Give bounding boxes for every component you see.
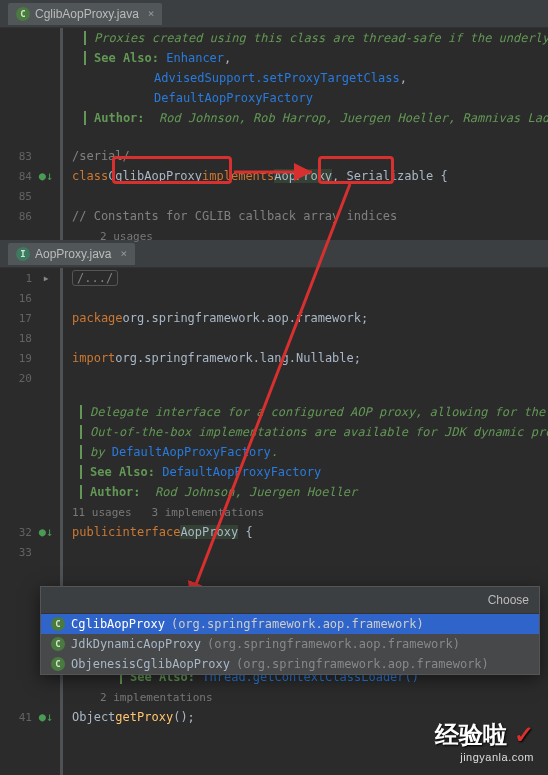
doc-link[interactable]: Enhancer (166, 51, 224, 65)
usages-hint[interactable]: 2 implementations (100, 691, 213, 704)
class-icon: C (51, 657, 65, 671)
tab-label: CglibAopProxy.java (35, 7, 139, 21)
doc-link[interactable]: DefaultAopProxyFactory (154, 91, 313, 105)
editor-pane-2[interactable]: 1▸/.../ 16 17package org.springframework… (0, 268, 548, 775)
implementations-popup: Choose C CglibAopProxy (org.springframew… (40, 586, 540, 675)
usages-hint[interactable]: 2 usages (100, 230, 153, 243)
fold-icon[interactable]: ▸ (38, 271, 54, 285)
popup-header: Choose (41, 587, 539, 614)
top-tab-bar: C CglibAopProxy.java × (0, 0, 548, 28)
interface-icon: I (16, 247, 30, 261)
doc-link[interactable]: DefaultAopProxyFactory (112, 445, 271, 459)
implemented-icon[interactable]: ●↓ (38, 525, 54, 539)
popup-item[interactable]: C ObjenesisCglibAopProxy (org.springfram… (41, 654, 539, 674)
close-icon[interactable]: × (120, 247, 127, 260)
close-icon[interactable]: × (148, 7, 155, 20)
override-icon[interactable]: ●↓ (38, 169, 54, 183)
editor-pane-1[interactable]: Proxies created using this class are thr… (0, 28, 548, 240)
popup-item[interactable]: C JdkDynamicAopProxy (org.springframewor… (41, 634, 539, 654)
popup-item[interactable]: C CglibAopProxy (org.springframework.aop… (41, 614, 539, 634)
doc-text: Proxies created using this class are thr… (84, 31, 548, 45)
tab-cglib[interactable]: C CglibAopProxy.java × (8, 3, 162, 25)
doc-link[interactable]: DefaultAopProxyFactory (162, 465, 321, 479)
watermark: 经验啦 ✓ jingyanla.com (435, 719, 534, 763)
class-icon: C (51, 637, 65, 651)
doc-link[interactable]: AdvisedSupport.setProxyTargetClass (154, 71, 400, 85)
implemented-icon[interactable]: ●↓ (38, 710, 54, 724)
class-icon: C (16, 7, 30, 21)
class-icon: C (51, 617, 65, 631)
usages-hint[interactable]: 11 usages 3 implementations (72, 506, 264, 519)
tab-label: AopProxy.java (35, 247, 111, 261)
